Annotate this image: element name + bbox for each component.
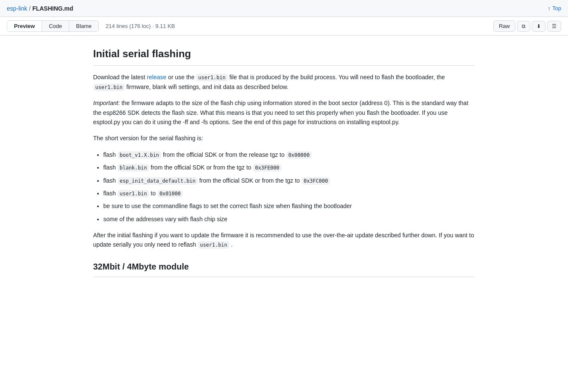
code-esp-init-bin: esp_init_data_default.bin [118,177,198,185]
top-arrow-icon: ↑ [548,5,551,12]
main-content: Initial serial flashing Download the lat… [76,36,492,294]
p4-before: After the initial flashing if you want t… [93,232,474,248]
li3-middle: from the official SDK or from the tgz to [198,177,302,184]
li1-middle: from the official SDK or from the releas… [161,151,286,158]
code-addr-00000: 0x00000 [286,151,312,159]
list-item: flash esp_init_data_default.bin from the… [104,176,475,185]
release-link[interactable]: release [147,74,166,81]
paragraph-intro: Download the latest release or use the u… [93,72,475,92]
file-toolbar: Preview Code Blame 214 lines (176 loc) ·… [0,17,568,36]
list-item: flash user1.bin to 0x01000 [104,189,475,198]
code-blank-bin: blank.bin [118,164,149,172]
heading-32mbit: 32Mbit / 4Mbyte module [93,260,475,277]
paragraph-important: Important: the firmware adapts to the si… [93,98,475,127]
tab-blame[interactable]: Blame [69,21,98,31]
code-boot-bin: boot_v1.X.bin [118,151,161,159]
code-user1-bin-1: user1.bin [196,74,227,81]
toolbar-right: Raw ⧉ ⬇ ☰ [493,20,561,32]
list-item: flash boot_v1.X.bin from the official SD… [104,150,475,159]
list-item: some of the addresses vary with flash ch… [104,214,475,224]
code-user1-bin-2: user1.bin [93,83,125,91]
li4-before: flash [104,190,118,197]
file-meta: 214 lines (176 loc) · 9.11 KB [106,23,175,29]
breadcrumb-separator: / [29,5,31,12]
p1-end: firmware, blank wifi settings, and init … [125,83,288,90]
code-addr-01000: 0x01000 [157,190,183,197]
top-link[interactable]: ↑ Top [548,5,561,12]
important-em: Important [93,100,118,106]
p1-after-link: or use the [166,74,196,81]
raw-button[interactable]: Raw [493,20,515,32]
p4-after: . [229,241,233,248]
paragraph-short-version: The short version for the serial flashin… [93,133,475,143]
menu-icon: ☰ [552,23,557,29]
copy-icon: ⧉ [522,23,526,29]
breadcrumb-repo-link[interactable]: esp-link [7,5,27,12]
download-icon: ⬇ [537,23,541,29]
menu-button[interactable]: ☰ [547,21,561,32]
p1-before-link: Download the latest [93,74,147,81]
p1-rest: file that is produced by the build proce… [228,74,445,81]
li5-text: be sure to use the commandline flags to … [104,203,352,209]
tab-preview[interactable]: Preview [7,21,42,31]
top-label: Top [552,5,561,11]
li4-middle: to [149,190,157,197]
li2-before: flash [104,164,118,171]
tab-group: Preview Code Blame [7,20,99,32]
code-addr-3fc000: 0x3FC000 [302,177,330,185]
paragraph-after-initial: After the initial flashing if you want t… [93,231,475,250]
download-button[interactable]: ⬇ [532,21,546,32]
li2-middle: from the official SDK or from the tgz to [149,164,253,171]
breadcrumb-file: FLASHING.md [32,5,73,12]
list-item: flash blank.bin from the official SDK or… [104,163,475,172]
li6-text: some of the addresses vary with flash ch… [104,216,228,222]
tab-code[interactable]: Code [42,21,69,31]
copy-button[interactable]: ⧉ [517,21,530,32]
heading-initial-serial-flashing: Initial serial flashing [93,46,475,66]
list-item: be sure to use the commandline flags to … [104,201,475,211]
toolbar-left: Preview Code Blame 214 lines (176 loc) ·… [7,20,175,32]
code-user1-bin-p4: user1.bin [198,241,229,249]
code-addr-3fe000: 0x3FE000 [253,164,281,172]
p2-rest: : the firmware adapts to the size of the… [93,100,469,125]
li1-before: flash [104,151,118,158]
bullet-list: flash boot_v1.X.bin from the official SD… [104,150,475,224]
code-user1-bin-li: user1.bin [118,190,149,197]
breadcrumb: esp-link / FLASHING.md [7,5,73,12]
li3-before: flash [104,177,118,184]
header-bar: esp-link / FLASHING.md ↑ Top [0,0,568,17]
